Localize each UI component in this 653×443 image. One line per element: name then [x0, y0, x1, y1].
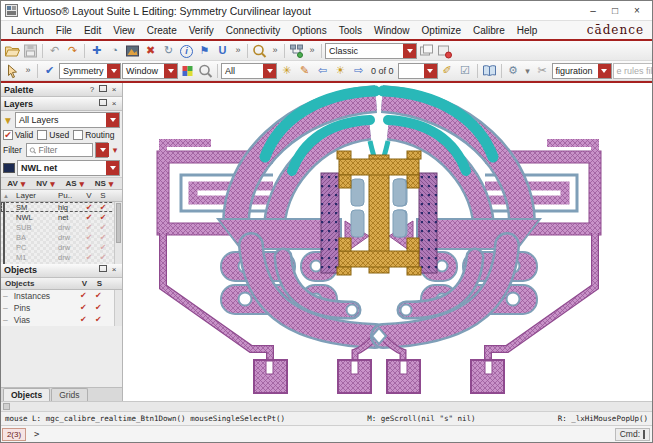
overflow-chevron-icon[interactable]: »: [22, 63, 34, 79]
tab-objects[interactable]: Objects: [3, 388, 50, 401]
rotate-icon[interactable]: ↻: [160, 43, 177, 59]
vis-toggle-as[interactable]: AS▾: [62, 179, 91, 189]
flag-icon[interactable]: ⚑: [196, 43, 213, 59]
close-panel-button[interactable]: ×: [109, 85, 119, 95]
undo-icon[interactable]: ↶: [46, 43, 63, 59]
layer-visible-check[interactable]: ✔: [82, 213, 96, 222]
layout-canvas[interactable]: [123, 83, 652, 401]
menu-edit[interactable]: Edit: [78, 23, 107, 38]
layer-filter-dropdown[interactable]: All: [221, 63, 277, 79]
copy-icon[interactable]: ◔: [106, 43, 123, 59]
layer-col-header[interactable]: Layer: [16, 191, 58, 200]
menu-create[interactable]: Create: [141, 23, 183, 38]
menu-file[interactable]: File: [50, 23, 78, 38]
dropdown-arrow-icon[interactable]: ▾: [106, 179, 116, 189]
dropdown-arrow-icon[interactable]: [424, 64, 437, 78]
purpose-col-header[interactable]: Pu..: [58, 191, 82, 200]
menu-optimize[interactable]: Optimize: [416, 23, 467, 38]
configuration-dropdown[interactable]: figuration: [552, 63, 612, 79]
minimize-button[interactable]: –: [582, 3, 604, 19]
layer-visible-check[interactable]: ✔: [82, 223, 96, 232]
save-workspace-icon[interactable]: [418, 43, 435, 59]
check-edit-icon[interactable]: ☑: [457, 63, 474, 79]
float-button[interactable]: [98, 265, 108, 275]
dropdown-arrow-icon[interactable]: [106, 113, 119, 127]
float-button[interactable]: [98, 85, 108, 95]
object-select-check[interactable]: ✔: [91, 315, 106, 324]
filter-dropdown[interactable]: [95, 142, 108, 158]
vis-toggle-nv[interactable]: NV▾: [32, 179, 61, 189]
layer-set-dropdown[interactable]: All Layers: [15, 112, 120, 128]
overflow-chevron-icon[interactable]: »: [269, 43, 281, 59]
menu-launch[interactable]: Launch: [5, 23, 50, 38]
object-select-check[interactable]: ✔: [91, 291, 106, 300]
menu-connectivity[interactable]: Connectivity: [220, 23, 286, 38]
layer-select-check[interactable]: ✔: [96, 253, 110, 262]
float-button[interactable]: [98, 99, 108, 109]
dropdown-arrow-icon[interactable]: [107, 64, 120, 78]
layer-visible-check[interactable]: ✔: [82, 233, 96, 242]
menu-view[interactable]: View: [107, 23, 141, 38]
layer-select-check[interactable]: ✔: [96, 203, 110, 212]
filter-expand-arrow-icon[interactable]: ▾: [110, 145, 120, 155]
object-row[interactable]: –Pins✔✔: [1, 302, 114, 314]
scope-dropdown[interactable]: Window: [122, 63, 178, 79]
object-row[interactable]: –Instances✔✔: [1, 290, 114, 302]
info-icon[interactable]: i: [178, 43, 195, 59]
vis-toggle-av[interactable]: AV▾: [3, 179, 32, 189]
filter-box[interactable]: [26, 143, 93, 157]
menu-verify[interactable]: Verify: [183, 23, 220, 38]
rules-file-dropdown[interactable]: e rules file: [613, 63, 653, 79]
menu-options[interactable]: Options: [286, 23, 332, 38]
layer-row[interactable]: SUBdrw✔✔: [1, 222, 122, 232]
redo-icon[interactable]: ↷: [64, 43, 81, 59]
brush-icon[interactable]: ✎: [296, 63, 313, 79]
active-layer-dropdown[interactable]: NWL net: [17, 160, 120, 176]
checkbox-used[interactable]: [37, 130, 47, 140]
layer-visible-check[interactable]: ✔: [82, 203, 96, 212]
gear-dropdown-arrow-icon[interactable]: ▾: [523, 66, 533, 76]
close-panel-button[interactable]: ×: [109, 265, 119, 275]
search-history-dropdown[interactable]: [398, 63, 438, 79]
wand-icon[interactable]: ✐: [439, 63, 456, 79]
dropdown-arrow-icon[interactable]: ▾: [77, 179, 87, 189]
object-visible-check[interactable]: ✔: [76, 291, 91, 300]
menu-help[interactable]: Help: [511, 23, 544, 38]
dropdown-arrow-icon[interactable]: ▾: [47, 179, 57, 189]
dropdown-arrow-icon[interactable]: ▾: [18, 179, 28, 189]
search-icon[interactable]: [197, 63, 214, 79]
dropdown-arrow-icon[interactable]: [403, 44, 416, 58]
history-counter[interactable]: 2(3): [2, 428, 26, 441]
dropdown-arrow-icon[interactable]: [598, 64, 611, 78]
resize-strip[interactable]: [1, 401, 652, 411]
gear-icon[interactable]: ⚙: [505, 63, 522, 79]
highlight-icon[interactable]: ☀: [332, 63, 349, 79]
object-select-check[interactable]: ✔: [91, 303, 106, 312]
v-col-header[interactable]: V: [82, 191, 96, 200]
filter-input[interactable]: [38, 145, 90, 155]
layer-row[interactable]: M1pin✔✔: [1, 262, 122, 264]
dropdown-arrow-icon[interactable]: [106, 161, 119, 175]
menu-window[interactable]: Window: [368, 23, 416, 38]
vis-toggle-ns[interactable]: NS▾: [91, 179, 120, 189]
layer-visible-check[interactable]: ✔: [82, 263, 96, 264]
sparkle-icon[interactable]: ✳: [278, 63, 295, 79]
sort-icon[interactable]: ▲: [1, 193, 16, 199]
object-visible-check[interactable]: ✔: [76, 315, 91, 324]
command-input[interactable]: [43, 429, 614, 439]
workspace-dropdown[interactable]: Classic: [325, 43, 417, 59]
objects-scrollbar[interactable]: [114, 290, 122, 326]
save-icon[interactable]: [22, 43, 39, 59]
object-row[interactable]: –Vias✔✔: [1, 314, 114, 326]
prev-arrow-icon[interactable]: ⇦: [314, 63, 331, 79]
object-visible-check[interactable]: ✔: [76, 303, 91, 312]
layer-select-check[interactable]: ✔: [96, 213, 110, 222]
magnet-icon[interactable]: U: [214, 43, 231, 59]
layer-row[interactable]: M1drw✔✔: [1, 252, 122, 262]
maximize-button[interactable]: □: [604, 3, 626, 19]
layer-row[interactable]: SMhig✔✔: [1, 202, 122, 212]
pointer-icon[interactable]: [4, 63, 21, 79]
close-button[interactable]: ×: [626, 3, 648, 19]
objects-col-header[interactable]: Objects: [1, 279, 77, 288]
overflow-chevron-icon[interactable]: »: [306, 43, 318, 59]
